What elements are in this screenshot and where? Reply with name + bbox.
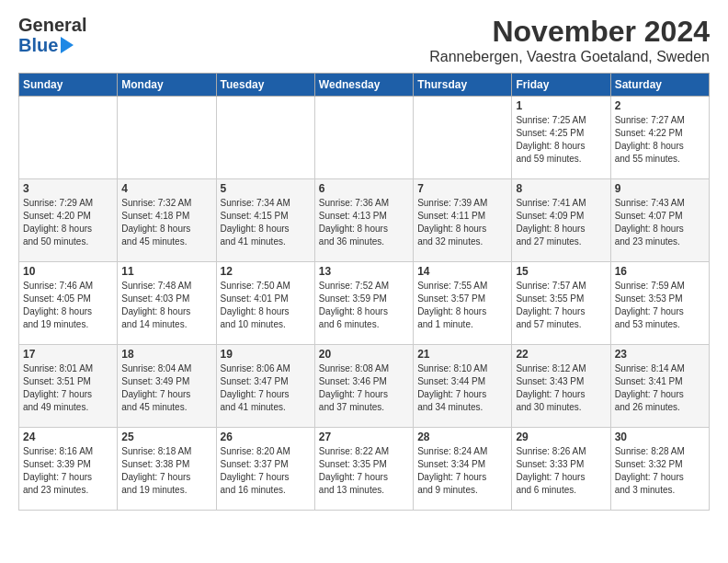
- day-number: 3: [23, 182, 113, 195]
- logo: General Blue: [18, 15, 86, 55]
- day-number: 25: [121, 431, 211, 443]
- day-number: 24: [23, 431, 113, 443]
- calendar-day-cell: 5Sunrise: 7:34 AM Sunset: 4:15 PM Daylig…: [216, 179, 314, 262]
- calendar-day-cell: 2Sunrise: 7:27 AM Sunset: 4:22 PM Daylig…: [610, 97, 709, 179]
- day-info: Sunrise: 7:59 AM Sunset: 3:53 PM Dayligh…: [615, 280, 705, 331]
- title-area: November 2024 Rannebergen, Vaestra Goeta…: [429, 15, 710, 65]
- day-number: 22: [516, 348, 606, 361]
- day-info: Sunrise: 8:20 AM Sunset: 3:37 PM Dayligh…: [221, 445, 311, 497]
- calendar-day-cell: [216, 97, 314, 179]
- day-number: 29: [516, 431, 606, 443]
- calendar-day-cell: 10Sunrise: 7:46 AM Sunset: 4:05 PM Dayli…: [19, 262, 118, 345]
- day-number: 9: [615, 182, 705, 195]
- day-number: 30: [615, 431, 705, 443]
- weekday-header: Tuesday: [216, 74, 314, 97]
- calendar-day-cell: 12Sunrise: 7:50 AM Sunset: 4:01 PM Dayli…: [216, 262, 314, 345]
- day-info: Sunrise: 7:32 AM Sunset: 4:18 PM Dayligh…: [121, 197, 211, 248]
- day-info: Sunrise: 8:01 AM Sunset: 3:51 PM Dayligh…: [23, 362, 113, 414]
- calendar-week-row: 17Sunrise: 8:01 AM Sunset: 3:51 PM Dayli…: [19, 345, 710, 428]
- day-number: 6: [319, 182, 409, 195]
- day-number: 5: [221, 182, 311, 195]
- day-info: Sunrise: 8:10 AM Sunset: 3:44 PM Dayligh…: [417, 362, 507, 414]
- calendar-day-cell: 28Sunrise: 8:24 AM Sunset: 3:34 PM Dayli…: [414, 428, 512, 511]
- calendar-week-row: 3Sunrise: 7:29 AM Sunset: 4:20 PM Daylig…: [19, 179, 710, 262]
- day-info: Sunrise: 8:12 AM Sunset: 3:43 PM Dayligh…: [516, 362, 606, 414]
- calendar-day-cell: 30Sunrise: 8:28 AM Sunset: 3:32 PM Dayli…: [610, 428, 709, 511]
- day-info: Sunrise: 7:43 AM Sunset: 4:07 PM Dayligh…: [615, 197, 705, 248]
- day-number: 17: [23, 348, 113, 361]
- calendar-day-cell: 8Sunrise: 7:41 AM Sunset: 4:09 PM Daylig…: [512, 179, 610, 262]
- calendar-day-cell: 3Sunrise: 7:29 AM Sunset: 4:20 PM Daylig…: [19, 179, 118, 262]
- day-number: 11: [121, 265, 211, 278]
- day-info: Sunrise: 7:25 AM Sunset: 4:25 PM Dayligh…: [516, 114, 606, 166]
- day-number: 16: [615, 265, 705, 278]
- day-number: 26: [221, 431, 311, 443]
- day-number: 4: [121, 182, 211, 195]
- day-info: Sunrise: 8:28 AM Sunset: 3:32 PM Dayligh…: [615, 445, 705, 497]
- calendar-day-cell: 18Sunrise: 8:04 AM Sunset: 3:49 PM Dayli…: [118, 345, 216, 428]
- calendar: SundayMondayTuesdayWednesdayThursdayFrid…: [18, 73, 710, 511]
- day-number: 10: [23, 265, 113, 278]
- calendar-day-cell: 13Sunrise: 7:52 AM Sunset: 3:59 PM Dayli…: [314, 262, 413, 345]
- weekday-header: Thursday: [414, 74, 512, 97]
- calendar-day-cell: 24Sunrise: 8:16 AM Sunset: 3:39 PM Dayli…: [19, 428, 118, 511]
- weekday-header: Saturday: [610, 74, 709, 97]
- day-info: Sunrise: 8:22 AM Sunset: 3:35 PM Dayligh…: [319, 445, 409, 497]
- day-info: Sunrise: 7:27 AM Sunset: 4:22 PM Dayligh…: [615, 114, 705, 166]
- calendar-week-row: 24Sunrise: 8:16 AM Sunset: 3:39 PM Dayli…: [19, 428, 710, 511]
- day-number: 14: [417, 265, 507, 278]
- calendar-week-row: 10Sunrise: 7:46 AM Sunset: 4:05 PM Dayli…: [19, 262, 710, 345]
- calendar-day-cell: 23Sunrise: 8:14 AM Sunset: 3:41 PM Dayli…: [610, 345, 709, 428]
- day-info: Sunrise: 8:18 AM Sunset: 3:38 PM Dayligh…: [121, 445, 211, 497]
- day-number: 28: [417, 431, 507, 443]
- day-info: Sunrise: 8:16 AM Sunset: 3:39 PM Dayligh…: [23, 445, 113, 497]
- day-info: Sunrise: 8:14 AM Sunset: 3:41 PM Dayligh…: [615, 362, 705, 414]
- day-number: 23: [615, 348, 705, 361]
- day-number: 21: [417, 348, 507, 361]
- day-number: 13: [319, 265, 409, 278]
- day-number: 2: [615, 99, 705, 112]
- calendar-day-cell: 22Sunrise: 8:12 AM Sunset: 3:43 PM Dayli…: [512, 345, 610, 428]
- calendar-day-cell: 11Sunrise: 7:48 AM Sunset: 4:03 PM Dayli…: [118, 262, 216, 345]
- calendar-day-cell: 25Sunrise: 8:18 AM Sunset: 3:38 PM Dayli…: [118, 428, 216, 511]
- logo-blue: Blue: [18, 35, 58, 55]
- day-info: Sunrise: 7:46 AM Sunset: 4:05 PM Dayligh…: [23, 280, 113, 331]
- day-info: Sunrise: 7:48 AM Sunset: 4:03 PM Dayligh…: [121, 280, 211, 331]
- day-number: 19: [221, 348, 311, 361]
- weekday-header: Monday: [118, 74, 216, 97]
- calendar-week-row: 1Sunrise: 7:25 AM Sunset: 4:25 PM Daylig…: [19, 97, 710, 179]
- calendar-day-cell: 6Sunrise: 7:36 AM Sunset: 4:13 PM Daylig…: [314, 179, 413, 262]
- day-info: Sunrise: 7:36 AM Sunset: 4:13 PM Dayligh…: [319, 197, 409, 248]
- calendar-day-cell: [314, 97, 413, 179]
- day-number: 12: [221, 265, 311, 278]
- day-number: 15: [516, 265, 606, 278]
- day-number: 8: [516, 182, 606, 195]
- weekday-header: Sunday: [19, 74, 118, 97]
- day-info: Sunrise: 7:39 AM Sunset: 4:11 PM Dayligh…: [417, 197, 507, 248]
- day-number: 27: [319, 431, 409, 443]
- calendar-day-cell: 15Sunrise: 7:57 AM Sunset: 3:55 PM Dayli…: [512, 262, 610, 345]
- calendar-day-cell: 17Sunrise: 8:01 AM Sunset: 3:51 PM Dayli…: [19, 345, 118, 428]
- calendar-day-cell: [19, 97, 118, 179]
- day-info: Sunrise: 7:29 AM Sunset: 4:20 PM Dayligh…: [23, 197, 113, 248]
- day-info: Sunrise: 7:52 AM Sunset: 3:59 PM Dayligh…: [319, 280, 409, 331]
- calendar-day-cell: 14Sunrise: 7:55 AM Sunset: 3:57 PM Dayli…: [414, 262, 512, 345]
- day-info: Sunrise: 8:08 AM Sunset: 3:46 PM Dayligh…: [319, 362, 409, 414]
- calendar-day-cell: 29Sunrise: 8:26 AM Sunset: 3:33 PM Dayli…: [512, 428, 610, 511]
- day-info: Sunrise: 7:41 AM Sunset: 4:09 PM Dayligh…: [516, 197, 606, 248]
- day-info: Sunrise: 8:26 AM Sunset: 3:33 PM Dayligh…: [516, 445, 606, 497]
- day-number: 1: [516, 99, 606, 112]
- calendar-day-cell: 19Sunrise: 8:06 AM Sunset: 3:47 PM Dayli…: [216, 345, 314, 428]
- weekday-header: Wednesday: [314, 74, 413, 97]
- day-number: 18: [121, 348, 211, 361]
- calendar-day-cell: 4Sunrise: 7:32 AM Sunset: 4:18 PM Daylig…: [118, 179, 216, 262]
- day-info: Sunrise: 7:57 AM Sunset: 3:55 PM Dayligh…: [516, 280, 606, 331]
- logo-arrow-icon: [61, 37, 74, 53]
- calendar-day-cell: 7Sunrise: 7:39 AM Sunset: 4:11 PM Daylig…: [414, 179, 512, 262]
- calendar-day-cell: 27Sunrise: 8:22 AM Sunset: 3:35 PM Dayli…: [314, 428, 413, 511]
- calendar-day-cell: 16Sunrise: 7:59 AM Sunset: 3:53 PM Dayli…: [610, 262, 709, 345]
- calendar-day-cell: [414, 97, 512, 179]
- day-info: Sunrise: 7:55 AM Sunset: 3:57 PM Dayligh…: [417, 280, 507, 331]
- weekday-header: Friday: [512, 74, 610, 97]
- calendar-day-cell: 20Sunrise: 8:08 AM Sunset: 3:46 PM Dayli…: [314, 345, 413, 428]
